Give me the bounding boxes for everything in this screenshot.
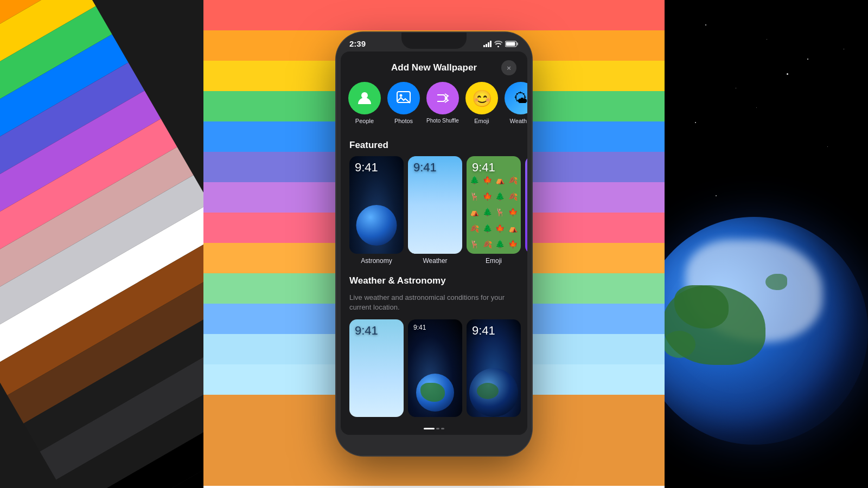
earth-globe <box>665 217 868 488</box>
right-background <box>665 0 868 488</box>
photo-shuffle-icon-circle <box>426 82 459 114</box>
scroll-indicator <box>341 425 527 435</box>
weather-preview: 9:41 <box>408 156 462 254</box>
iphone-device: 2:39 <box>336 33 532 455</box>
wallpaper-weather-blue[interactable]: 9:41 <box>349 319 404 420</box>
wallpaper-card-astronomy[interactable]: 9:41 Astronomy <box>349 156 404 265</box>
emoji-icon: 😊 <box>472 89 492 108</box>
weather-time: 9:41 <box>413 160 437 175</box>
weather-astronomy-desc: Live weather and astronomical conditions… <box>341 292 527 319</box>
wallpaper-card-emoji[interactable]: 9:41 🌲🍁⛺🍂 🦌🍁🌲🍂 ⛺🌲🦌🍁 🍂🌲🍁⛺ 🦌🍂🌲🍁 Emoji <box>467 156 521 265</box>
category-people[interactable]: People <box>347 82 382 125</box>
astronomy-label: Astronomy <box>349 257 404 265</box>
modal-header: Add New Wallpaper × <box>341 52 527 82</box>
featured-cards: 9:41 Astronomy 9:41 Weather <box>341 156 527 269</box>
emoji-icon-circle: 😊 <box>465 82 498 114</box>
coastal-time: 9:41 <box>472 324 495 338</box>
category-photo-shuffle[interactable]: Photo Shuffle <box>425 82 460 125</box>
add-wallpaper-modal: Add New Wallpaper × People <box>341 52 527 435</box>
svg-rect-2 <box>506 42 515 46</box>
emoji-grid: 🌲🍁⛺🍂 🦌🍁🌲🍂 ⛺🌲🦌🍁 🍂🌲🍁⛺ 🦌🍂🌲🍁 <box>469 172 519 252</box>
svg-point-5 <box>400 94 403 97</box>
weather-blue-preview: 9:41 <box>349 319 404 417</box>
emoji-preview: 9:41 🌲🍁⛺🍂 🦌🍁🌲🍂 ⛺🌲🦌🍁 🍂🌲🍁⛺ 🦌🍂🌲🍁 <box>467 156 521 254</box>
weather-blue-time: 9:41 <box>355 324 378 338</box>
svg-rect-1 <box>517 42 519 45</box>
weather-astronomy-cards: 9:41 9:41 9:41 <box>341 319 527 425</box>
people-icon-circle <box>348 82 381 114</box>
emoji-time: 9:41 <box>472 160 495 174</box>
signal-icon <box>483 41 492 47</box>
wallpaper-card-partial[interactable] <box>525 156 527 265</box>
astro-earth-globe <box>416 374 454 412</box>
astronomy-preview: 9:41 <box>349 156 404 254</box>
people-icon <box>356 89 373 107</box>
coastal-globe <box>469 368 518 417</box>
astronomy-time: 9:41 <box>355 160 378 175</box>
phone-notch <box>401 33 467 49</box>
photos-icon <box>395 89 412 107</box>
scroll-dot-1 <box>424 428 435 429</box>
modal-title: Add New Wallpaper <box>367 62 501 73</box>
earth-mini-astronomy <box>356 205 397 246</box>
category-weather[interactable]: 🌤 Weath... <box>503 82 527 125</box>
category-emoji[interactable]: 😊 Emoji <box>464 82 499 125</box>
astro-earth-time: 9:41 <box>413 324 426 331</box>
wallpaper-coastal[interactable]: 9:41 <box>467 319 521 420</box>
wallpaper-astro-earth[interactable]: 9:41 <box>408 319 462 420</box>
status-time: 2:39 <box>349 39 366 48</box>
weather-label: Weather <box>408 257 462 265</box>
photo-shuffle-label: Photo Shuffle <box>426 118 459 124</box>
weather-label: Weath... <box>510 118 527 125</box>
emoji-label: Emoji <box>467 257 521 265</box>
weather-icon: 🌤 <box>514 90 527 107</box>
category-photos[interactable]: Photos <box>386 82 421 125</box>
weather-astronomy-section-title: Weather & Astronomy <box>341 269 527 292</box>
featured-section-title: Featured <box>341 133 527 156</box>
weather-icon-circle: 🌤 <box>505 82 527 114</box>
photos-icon-circle <box>387 82 420 114</box>
left-rainbow-stripes <box>0 0 203 488</box>
shuffle-icon <box>434 89 451 107</box>
coastal-preview: 9:41 <box>467 319 521 417</box>
people-label: People <box>355 118 374 125</box>
astro-earth-preview: 9:41 <box>408 319 462 417</box>
category-row: People Photos <box>341 82 527 133</box>
wallpaper-card-weather[interactable]: 9:41 Weather <box>408 156 462 265</box>
wifi-icon <box>494 41 502 47</box>
scroll-dot-2 <box>436 428 439 429</box>
status-icons <box>483 41 519 47</box>
photos-label: Photos <box>394 118 413 125</box>
battery-icon <box>505 41 519 47</box>
close-button[interactable]: × <box>501 60 516 75</box>
partial-preview <box>525 156 527 254</box>
emoji-label: Emoji <box>474 118 489 125</box>
scroll-dot-3 <box>441 428 444 429</box>
left-background <box>0 0 203 488</box>
